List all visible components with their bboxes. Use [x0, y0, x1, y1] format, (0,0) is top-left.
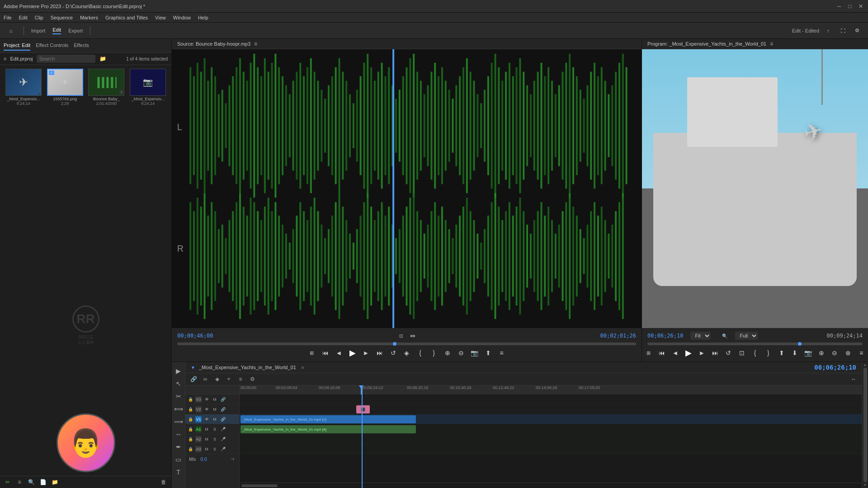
settings-source-icon[interactable]: ≡	[497, 348, 507, 358]
out-point-icon[interactable]: }	[429, 348, 439, 358]
tab-edit[interactable]: Edit	[52, 27, 61, 34]
hamburger-icon[interactable]: ≡	[4, 56, 6, 61]
pen-tool[interactable]: ✒	[173, 441, 184, 452]
lock-a2[interactable]: 🔒	[187, 436, 193, 442]
solo-v3[interactable]: M	[212, 396, 218, 403]
lock-a3[interactable]: 🔒	[187, 446, 193, 452]
folder-icon[interactable]: 📁	[99, 55, 107, 63]
menu-markers[interactable]: Markers	[80, 15, 98, 20]
prog-camera[interactable]: 📷	[803, 348, 813, 358]
toggle-a2[interactable]: A2	[195, 436, 202, 442]
slip-tool[interactable]: ⟺	[173, 404, 184, 414]
toggle-v2[interactable]: V2	[195, 406, 202, 413]
asset-image1[interactable]: ✈ ✓ 1555766.png 2;29	[45, 69, 85, 106]
prog-frame-fwd[interactable]: ►	[697, 348, 707, 358]
prog-safe-margins[interactable]: ⊡	[737, 348, 746, 358]
prog-vr[interactable]: ⊗	[843, 348, 853, 358]
rate-stretch-tool[interactable]: ⟹	[173, 416, 184, 427]
prog-play-button[interactable]: ▶	[684, 348, 693, 358]
source-scrubber[interactable]	[177, 343, 636, 345]
asset-video1[interactable]: ✈ _Most_Expensiv... 9;24;14	[4, 69, 43, 106]
tab-export[interactable]: Export	[68, 28, 83, 33]
share-icon[interactable]: ↑	[823, 25, 834, 36]
fit-dropdown[interactable]: Fit	[690, 332, 711, 340]
menu-window[interactable]: Window	[173, 15, 191, 20]
prog-in-point[interactable]: {	[750, 348, 760, 358]
add-track-icon[interactable]: +	[224, 375, 233, 384]
mute-a2[interactable]: M	[203, 436, 210, 442]
in-point-icon[interactable]: {	[415, 348, 425, 358]
delete-icon[interactable]: 🗑	[160, 478, 168, 486]
lock-v3[interactable]: 🔒	[187, 396, 193, 403]
prog-out-point[interactable]: }	[764, 348, 773, 358]
prog-export-frame[interactable]: ⊕	[816, 348, 826, 358]
step-fwd-icon[interactable]: ⏭	[375, 348, 385, 358]
new-item-icon[interactable]: 📄	[39, 478, 47, 486]
mic-a1[interactable]: 🎤	[220, 426, 226, 432]
pencil-icon[interactable]: ✏	[4, 478, 12, 486]
razor-tool[interactable]: ✂	[173, 391, 184, 402]
toggle-v1[interactable]: V1	[195, 416, 202, 422]
eye-v2[interactable]: 👁	[203, 406, 210, 413]
clip-v1-video[interactable]: _Most_Expensive_Yachts_in_the_World_01.m…	[241, 415, 416, 423]
camera-icon[interactable]: 📷	[470, 348, 480, 358]
asset-video2[interactable]: 📷 _Most_Expensiv... 9;24;14	[128, 69, 168, 106]
maximize-button[interactable]: □	[846, 3, 854, 10]
timeline-settings-icon[interactable]: ⚙	[248, 375, 257, 384]
zoom-icon[interactable]: ⊡	[396, 331, 406, 341]
mute-a1[interactable]: M	[203, 426, 210, 432]
menu-edit[interactable]: Edit	[19, 15, 28, 20]
add-marker-icon[interactable]: ◈	[212, 375, 222, 384]
menu-sequence[interactable]: Sequence	[51, 15, 73, 20]
settings-icon[interactable]: ⚙	[852, 25, 863, 36]
fullscreen-icon[interactable]: ⛶	[837, 25, 848, 36]
mix-end-icon[interactable]: ⊣	[229, 456, 236, 462]
timeline-scrollbar[interactable]	[240, 483, 862, 488]
loop-icon[interactable]: ↺	[388, 348, 398, 358]
frame-fwd-icon[interactable]: ►	[361, 348, 371, 358]
export-frame-icon[interactable]: ⬆	[483, 348, 493, 358]
toggle-a3[interactable]: A3	[195, 446, 202, 452]
select-tool[interactable]: ↖	[173, 378, 184, 389]
overwrite-icon[interactable]: ⊖	[456, 348, 466, 358]
play-button[interactable]: ▶	[348, 348, 358, 358]
scroll-thumb[interactable]	[241, 484, 278, 487]
tab-import[interactable]: Import	[31, 28, 45, 33]
clip-v2-pink[interactable]: ⬛	[356, 405, 370, 413]
eye-v3[interactable]: 👁	[203, 396, 210, 403]
scroll-icon[interactable]: ↔	[849, 375, 858, 384]
solo-a3[interactable]: S	[212, 446, 218, 452]
sequence-menu-icon[interactable]: ≡	[302, 365, 304, 370]
text-tool[interactable]: T	[173, 467, 184, 478]
program-menu-icon[interactable]: ≡	[770, 41, 773, 47]
link-v2[interactable]: 🔗	[220, 406, 226, 413]
prog-frame-back[interactable]: ◄	[670, 348, 680, 358]
tab-effect-controls[interactable]: Effect Controls	[36, 41, 68, 51]
prog-compare[interactable]: ⊖	[830, 348, 840, 358]
minimize-button[interactable]: ─	[835, 3, 843, 10]
zoom-program-icon[interactable]: 🔍	[720, 331, 730, 341]
menu-file[interactable]: File	[4, 15, 12, 20]
mute-a3[interactable]: M	[203, 446, 210, 452]
track-height-icon[interactable]: ≡	[236, 375, 245, 384]
scroll-down-btn[interactable]: ▼	[863, 483, 867, 487]
eye-v1[interactable]: 👁	[203, 416, 210, 422]
program-scrubber[interactable]	[647, 343, 863, 345]
prog-step-back[interactable]: ⏮	[657, 348, 666, 358]
add-in-icon[interactable]: ⊞	[307, 348, 317, 358]
asset-audio1[interactable]: ▐▌▐▌▐▌▐▌▐ ▐▌▐▌▐▌▐▌▐ ▐▌▐▌▐▌▐▌▐ ♪ Bounce B…	[87, 69, 127, 106]
clip-a1-audio[interactable]: _Most_Expensive_Yachts_in_the_World_01.m…	[241, 425, 416, 433]
source-menu-icon[interactable]: ≡	[254, 41, 257, 47]
menu-clip[interactable]: Clip	[35, 15, 43, 20]
prog-step-fwd[interactable]: ⏭	[710, 348, 720, 358]
sequence-settings-icon[interactable]: ▼	[191, 365, 195, 370]
lock-a1[interactable]: 🔒	[187, 426, 193, 432]
track-row-v1[interactable]: _Most_Expensive_Yachts_in_the_World_01.m…	[240, 414, 862, 424]
lock-v2[interactable]: 🔒	[187, 406, 193, 413]
tab-effects[interactable]: Effects	[74, 41, 89, 51]
prog-lift[interactable]: ⬆	[777, 348, 786, 358]
mic-a3[interactable]: 🎤	[220, 446, 226, 452]
ripple-tool[interactable]: ↔	[173, 429, 184, 440]
lock-v1[interactable]: 🔒	[187, 416, 193, 422]
search-bottom-icon[interactable]: 🔍	[27, 478, 35, 486]
